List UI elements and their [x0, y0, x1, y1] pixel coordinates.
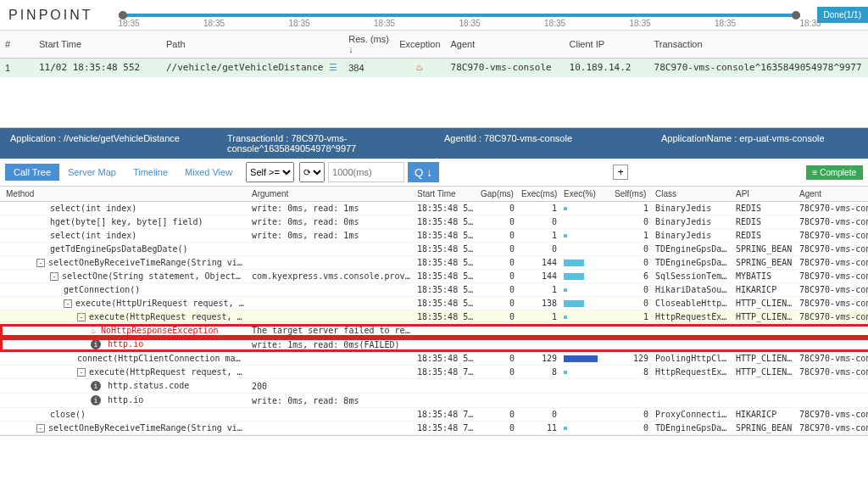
call-tree-row[interactable]: getConnection()18:35:48 583010HikariData…	[0, 283, 868, 297]
method-cell: -selectOneByReceiveTimeRange(String vid,…	[3, 422, 248, 435]
column-header[interactable]: #	[0, 31, 34, 59]
timeline-tick: 18:35	[715, 19, 736, 28]
tab-mixed-view[interactable]: Mixed View	[176, 164, 241, 181]
method-cell: -selectOneByReceiveTimeRange(String vid,…	[3, 256, 248, 270]
info-icon: i	[91, 339, 101, 349]
method-cell: close()	[3, 408, 248, 422]
argument-cell: write: 0ms, read: 1ms	[248, 202, 414, 215]
argument-cell	[248, 422, 414, 435]
argument-cell: write: 0ms, read: 8ms	[248, 394, 414, 408]
tab-server-map[interactable]: Server Map	[59, 164, 125, 181]
method-cell: getTdEngineGpsDataBegDate()	[3, 243, 248, 256]
argument-cell	[248, 310, 414, 324]
tab-timeline[interactable]: Timeline	[125, 164, 176, 181]
argument-cell	[248, 297, 414, 310]
app-logo: PINPOINT	[0, 3, 102, 28]
column-header[interactable]: Self(ms)	[611, 187, 652, 202]
call-tree-row[interactable]: i http.status.code200	[0, 379, 868, 394]
search-button[interactable]: Q ↓	[408, 162, 439, 182]
column-header[interactable]: Gap(ms)	[477, 187, 518, 202]
column-header[interactable]: Exec(%)	[560, 187, 611, 202]
table-row[interactable]: 1 11/02 18:35:48 552 //vehicle/getVehicl…	[0, 59, 868, 77]
tree-toggle[interactable]: -	[77, 368, 86, 377]
call-tree-row[interactable]: -selectOneByReceiveTimeRange(String vid,…	[0, 256, 868, 270]
argument-cell: 200	[248, 379, 414, 394]
method-cell: ♨ NoHttpResponseException	[3, 324, 248, 338]
call-tree-row[interactable]: getTdEngineGpsDataBegDate()18:35:48 5820…	[0, 243, 868, 256]
filter-refresh-select[interactable]: ⟳	[299, 162, 325, 182]
info-bar: Application : //vehicle/getVehicleDistan…	[0, 128, 868, 159]
column-header[interactable]: Argument	[248, 187, 414, 202]
call-tree-row[interactable]: connect(HttpClientConnection managedConn…	[0, 352, 868, 366]
filter-input[interactable]	[328, 162, 404, 182]
column-header[interactable]: Exec(ms)	[518, 187, 560, 202]
timeline-tick: 18:35	[289, 19, 310, 28]
column-header[interactable]: Exception	[394, 31, 445, 59]
complete-button[interactable]: ≡ Complete	[806, 165, 863, 180]
transaction-table: #Start TimePathRes. (ms) ↓ExceptionAgent…	[0, 31, 868, 77]
call-tree-row[interactable]: -selectOne(String statement, Object para…	[0, 270, 868, 283]
info-icon: i	[91, 395, 101, 405]
timeline-track[interactable]: 18:3518:3518:3518:3518:3518:3518:3518:35…	[119, 14, 800, 17]
done-button[interactable]: Done(1/1)	[817, 7, 868, 23]
method-cell: select(int index)	[3, 202, 248, 215]
call-tree-row[interactable]: i http.iowrite: 0ms, read: 8ms	[0, 394, 868, 408]
column-header[interactable]: Agent	[446, 31, 565, 59]
call-tree-table: MethodArgumentStart TimeGap(ms)Exec(ms)E…	[0, 187, 868, 435]
argument-cell	[248, 366, 414, 379]
tree-toggle[interactable]: -	[77, 313, 86, 321]
call-tree-row[interactable]: -execute(HttpUriRequest request, HttpCon…	[0, 297, 868, 310]
call-tree-row[interactable]: i http.iowrite: 1ms, read: 0ms(FAILED)	[0, 338, 868, 352]
column-header[interactable]: Start Time	[34, 31, 161, 59]
method-cell: -execute(HttpRequest request, HttpClient…	[3, 310, 248, 324]
list-icon: ☰	[329, 62, 337, 73]
call-tree-row[interactable]: hget(byte[] key, byte[] field)write: 0ms…	[0, 215, 868, 229]
column-header[interactable]: Path	[161, 31, 343, 59]
info-appname: ApplicationName : erp-uat-vms-console	[651, 128, 868, 159]
tab-call-tree[interactable]: Call Tree	[5, 164, 59, 181]
timeline-tick: 18:35	[544, 19, 565, 28]
method-cell: select(int index)	[3, 229, 248, 243]
method-cell: i http.io	[3, 394, 248, 408]
timeline-tick: 18:35	[119, 19, 140, 28]
argument-cell: The target server failed to respond	[248, 324, 414, 338]
column-header[interactable]: Method	[3, 187, 248, 202]
column-header[interactable]: Start Time	[414, 187, 477, 202]
argument-cell: write: 1ms, read: 0ms(FAILED)	[248, 338, 414, 352]
column-header[interactable]: Transaction	[649, 31, 868, 59]
column-header[interactable]: Client IP	[565, 31, 649, 59]
argument-cell	[248, 243, 414, 256]
method-cell: -execute(HttpUriRequest request, HttpCon…	[3, 297, 248, 310]
argument-cell: com.kyexpress.vms.console.provider.mappe…	[248, 270, 414, 283]
timeline-slider[interactable]: 18:3518:3518:3518:3518:3518:3518:3518:35…	[102, 0, 817, 30]
call-tree-row[interactable]: ♨ NoHttpResponseExceptionThe target serv…	[0, 324, 868, 338]
timeline-tick: 18:35	[374, 19, 395, 28]
expand-button[interactable]: +	[613, 165, 628, 180]
argument-cell	[248, 352, 414, 366]
tree-toggle[interactable]: -	[50, 272, 58, 281]
timeline-tick: 18:35	[203, 19, 225, 28]
tree-toggle[interactable]: -	[64, 299, 72, 308]
call-tree-row[interactable]: -execute(HttpRequest request, HttpClient…	[0, 310, 868, 324]
flame-icon: ♨	[91, 326, 101, 335]
timeline-handle-end[interactable]	[792, 11, 800, 20]
filter-select[interactable]: Self >=	[246, 162, 294, 182]
call-tree-row[interactable]: close()18:35:48 726000ProxyConnectionHIK…	[0, 408, 868, 422]
call-tree-row[interactable]: -execute(HttpRequest request, HttpClient…	[0, 366, 868, 379]
argument-cell	[248, 283, 414, 297]
column-header[interactable]: Agent	[796, 187, 868, 202]
method-cell: -selectOne(String statement, Object para…	[3, 270, 248, 283]
method-cell: -execute(HttpRequest request, HttpClient…	[3, 366, 248, 379]
info-transaction: TransactionId : 78C970-vms-console^16358…	[217, 128, 434, 159]
column-header[interactable]: API	[732, 187, 796, 202]
timeline-tick: 18:35	[630, 19, 651, 28]
info-application: Application : //vehicle/getVehicleDistan…	[0, 128, 217, 159]
tree-toggle[interactable]: -	[36, 424, 45, 433]
column-header[interactable]: Res. (ms) ↓	[343, 31, 394, 59]
call-tree-row[interactable]: select(int index)write: 0ms, read: 1ms18…	[0, 229, 868, 243]
call-tree-row[interactable]: -selectOneByReceiveTimeRange(String vid,…	[0, 422, 868, 435]
call-tree-row[interactable]: select(int index)write: 0ms, read: 1ms18…	[0, 202, 868, 215]
column-header[interactable]: Class	[652, 187, 732, 202]
tree-toggle[interactable]: -	[36, 259, 45, 267]
argument-cell	[248, 408, 414, 422]
